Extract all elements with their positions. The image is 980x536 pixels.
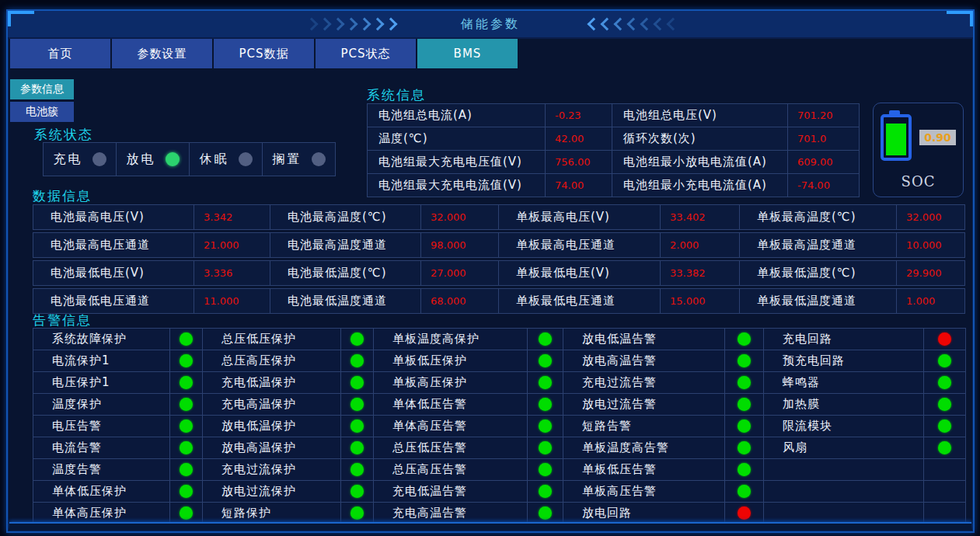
alarm-item-label: 系统故障保护 <box>33 329 170 350</box>
alarm-item-indicator <box>528 416 563 437</box>
info-value: -74.00 <box>788 174 860 197</box>
alarm-item-label <box>764 459 924 481</box>
alarm-status-dot <box>738 506 751 520</box>
info-label: 单板最高温度通道 <box>740 232 897 258</box>
alarm-item-indicator <box>341 503 374 524</box>
alarm-item-label: 单板高压保护 <box>374 372 528 394</box>
alarm-item-label: 单板低压保护 <box>374 350 528 372</box>
alarm-item-label: 蜂鸣器 <box>764 372 924 394</box>
info-value: 33.402 <box>661 204 740 230</box>
side-button-battery-cluster[interactable]: 电池簇 <box>10 102 74 122</box>
alarm-status-dot <box>350 419 364 433</box>
alarm-item-label: 电流告警 <box>33 437 170 459</box>
system-info-title: 系统信息 <box>367 86 426 104</box>
chevrons-left-icon <box>585 19 678 29</box>
status-label: 休眠 <box>200 151 229 168</box>
info-value: 1.000 <box>897 288 965 314</box>
alarm-status-dot <box>180 419 193 433</box>
status-label: 搁置 <box>273 151 302 168</box>
alarm-item-label: 单板高压告警 <box>563 481 725 503</box>
alarm-item-indicator <box>924 329 966 350</box>
alarm-status-dot <box>350 485 364 498</box>
info-label: 单板最低电压通道 <box>499 288 661 314</box>
alarm-item-label: 风扇 <box>764 437 924 459</box>
info-label: 单板最高电压(V) <box>499 204 661 230</box>
tab-home[interactable]: 首页 <box>10 39 110 68</box>
info-label: 电池最低温度(℃) <box>270 260 421 286</box>
status-cell-discharge: 放电 <box>117 142 190 176</box>
alarm-status-dot <box>180 332 193 346</box>
alarm-status-dot <box>180 506 193 520</box>
alarm-status-dot <box>938 419 951 433</box>
alarm-status-dot <box>539 485 552 498</box>
info-value: 21.000 <box>194 232 270 258</box>
alarm-status-dot <box>539 441 552 454</box>
alarm-item-indicator <box>170 481 203 503</box>
alarm-item-indicator <box>725 350 764 372</box>
info-label: 电池最低电压通道 <box>33 288 194 314</box>
info-value: 27.000 <box>421 260 499 286</box>
tab-pcs-data[interactable]: PCS数据 <box>214 39 314 68</box>
info-label: 电池最低电压(V) <box>33 260 194 286</box>
info-label: 单板最低温度(℃) <box>740 260 897 286</box>
alarm-status-dot <box>180 354 193 367</box>
tab-param-settings[interactable]: 参数设置 <box>112 39 212 68</box>
info-value: 33.382 <box>661 260 740 286</box>
status-cell-sleep: 休眠 <box>190 142 263 176</box>
alarm-item-label: 电压告警 <box>33 416 170 437</box>
table-row: 电池组总电流(A)-0.23电池组总电压(V)701.20 <box>367 103 860 127</box>
alarm-item-label <box>764 481 924 503</box>
info-label: 电池组最大充电电压值(V) <box>367 151 546 174</box>
info-value: 32.000 <box>421 204 499 230</box>
alarm-item-indicator <box>725 394 764 416</box>
tab-pcs-status[interactable]: PCS状态 <box>316 39 416 68</box>
alarm-status-dot <box>180 376 193 389</box>
alarm-item-indicator <box>341 459 374 481</box>
alarm-item-label: 充电低温保护 <box>203 372 341 394</box>
alarm-item-indicator <box>528 394 563 416</box>
alarm-status-dot <box>180 463 193 476</box>
alarm-item-label: 充电过流保护 <box>203 459 341 481</box>
info-value: 701.0 <box>788 127 860 151</box>
table-row: 温度(℃)42.00循环次数(次)701.0 <box>367 127 860 151</box>
alarm-status-dot <box>539 419 552 433</box>
alarm-info-grid: 系统故障保护总压低压保护单板温度高保护放电低温告警充电回路电流保护1总压高压保护… <box>33 328 966 524</box>
alarm-item-label: 充电低温告警 <box>374 481 528 503</box>
side-button-param-info[interactable]: 参数信息 <box>10 79 74 99</box>
info-value: 10.000 <box>897 232 965 258</box>
alarm-item-label: 单板温度高保护 <box>374 329 528 350</box>
info-value: 74.00 <box>546 174 612 197</box>
alarm-item-indicator <box>170 394 203 416</box>
alarm-status-dot <box>738 332 751 346</box>
alarm-item-label: 电流保护1 <box>33 350 170 372</box>
page-title: 储能参数 <box>461 16 520 33</box>
status-cell-idle: 搁置 <box>263 142 336 176</box>
info-label: 电池组最小充电电流值(A) <box>612 174 788 197</box>
alarm-item-indicator <box>725 416 764 437</box>
alarm-status-dot <box>938 398 951 411</box>
system-info-table: 电池组总电流(A)-0.23电池组总电压(V)701.20温度(℃)42.00循… <box>367 103 860 197</box>
alarm-status-dot <box>738 419 751 433</box>
bms-app-window: 储能参数 首页参数设置PCS数据PCS状态BMS 参数信息电池簇 系统状态 充电… <box>6 9 975 533</box>
alarm-item-label: 单体高压告警 <box>374 416 528 437</box>
alarm-status-dot <box>738 354 751 367</box>
table-row: 电池最低电压(V)3.336电池最低温度(℃)27.000单板最低电压(V)33… <box>33 260 965 286</box>
tab-bms[interactable]: BMS <box>417 39 518 68</box>
soc-label: SOC <box>902 173 936 190</box>
alarm-item-label: 总压高压告警 <box>374 459 528 481</box>
alarm-item-indicator <box>170 459 203 481</box>
alarm-item-label: 放电低温告警 <box>563 329 725 350</box>
corner-accent-top-right <box>947 11 973 26</box>
alarm-item-label: 放电回路 <box>563 503 725 524</box>
alarm-item-indicator <box>528 372 563 394</box>
info-label: 电池最高电压通道 <box>33 232 194 258</box>
alarm-item-label: 单板低压告警 <box>563 459 725 481</box>
info-value: 29.900 <box>897 260 965 286</box>
status-label: 放电 <box>127 151 156 168</box>
alarm-item-indicator <box>725 372 764 394</box>
info-value: 98.000 <box>421 232 499 258</box>
alarm-item-label: 充电高温保护 <box>203 394 341 416</box>
alarm-item-indicator <box>725 459 764 481</box>
alarm-item-indicator <box>341 394 374 416</box>
alarm-item-label: 总压高压保护 <box>203 350 341 372</box>
